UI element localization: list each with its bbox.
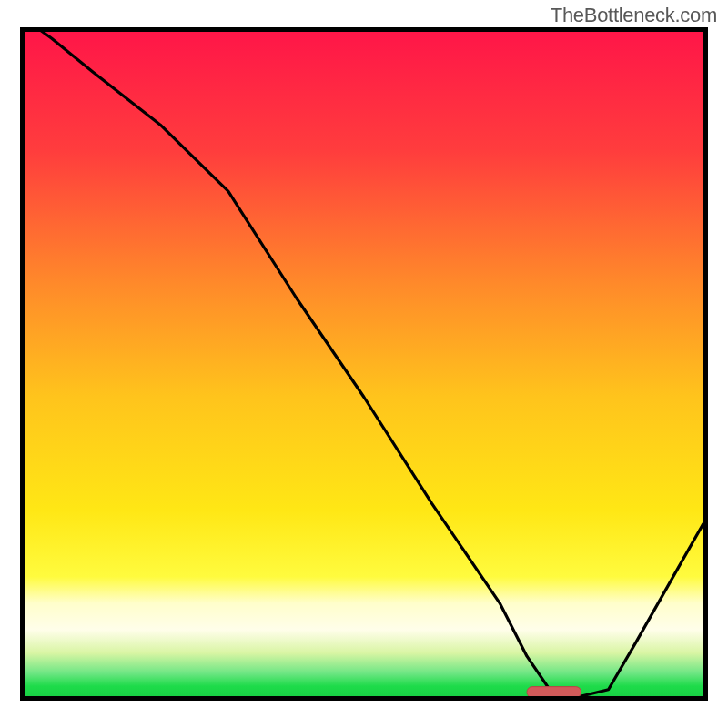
plot-svg bbox=[25, 32, 703, 696]
optimal-marker bbox=[527, 687, 581, 696]
plot-frame bbox=[20, 27, 708, 701]
gradient-fill bbox=[25, 32, 703, 696]
watermark-text: TheBottleneck.com bbox=[551, 4, 717, 27]
chart-root: TheBottleneck.com bbox=[0, 0, 728, 728]
